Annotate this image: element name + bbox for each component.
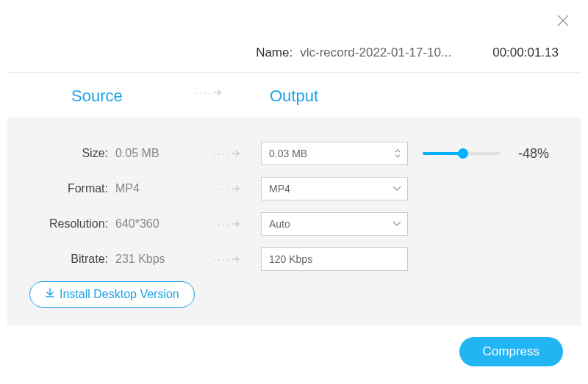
- size-output-value: 0.03 MB: [269, 148, 307, 159]
- arrow-icon: ····: [195, 183, 261, 195]
- size-row: Size: 0.05 MB ···· 0.03 MB -48%: [7, 138, 581, 169]
- bitrate-row: Bitrate: 231 Kbps ···· 120 Kbps: [7, 244, 581, 275]
- arrow-icon: ····: [195, 87, 224, 98]
- stepper-icon: [394, 148, 401, 159]
- size-source-value: 0.05 MB: [114, 147, 195, 160]
- name-label: Name:: [256, 46, 293, 60]
- close-icon[interactable]: [556, 13, 570, 28]
- bitrate-source-value: 231 Kbps: [114, 253, 195, 266]
- chevron-down-icon: [392, 186, 401, 192]
- compress-button[interactable]: Compress: [459, 337, 563, 366]
- arrow-icon: ····: [195, 253, 261, 265]
- slider-thumb[interactable]: [458, 148, 468, 159]
- arrow-icon: ····: [195, 218, 261, 230]
- resolution-row: Resolution: 640*360 ···· Auto: [7, 209, 581, 239]
- bitrate-output-value: 120 Kbps: [269, 253, 312, 265]
- file-name: vlc-record-2022-01-17-10...: [300, 46, 451, 60]
- resolution-label: Resolution:: [7, 217, 114, 231]
- format-row: Format: MP4 ···· MP4: [7, 173, 581, 204]
- size-percentage: -48%: [518, 146, 549, 162]
- format-output-value: MP4: [269, 183, 290, 195]
- compress-label: Compress: [483, 344, 539, 358]
- source-header: Source: [71, 87, 123, 106]
- column-headers: Source ···· Output: [0, 79, 588, 113]
- format-label: Format:: [7, 182, 114, 195]
- settings-panel: Size: 0.05 MB ···· 0.03 MB -48% Format: …: [7, 117, 581, 325]
- resolution-output-value: Auto: [269, 218, 290, 230]
- bitrate-label: Bitrate:: [7, 253, 114, 266]
- file-duration: 00:00:01.13: [492, 46, 559, 60]
- file-info-row: Name: vlc-record-2022-01-17-10... 00:00:…: [0, 46, 588, 60]
- size-slider[interactable]: [423, 152, 501, 155]
- format-source-value: MP4: [114, 182, 195, 195]
- resolution-source-value: 640*360: [114, 217, 195, 231]
- bitrate-output-input[interactable]: 120 Kbps: [261, 247, 408, 271]
- size-label: Size:: [7, 147, 114, 160]
- divider: [7, 72, 581, 73]
- download-icon: [45, 288, 55, 301]
- arrow-icon: ····: [195, 148, 261, 159]
- slider-fill: [423, 152, 463, 155]
- size-output-stepper[interactable]: 0.03 MB: [261, 142, 408, 165]
- install-desktop-button[interactable]: Install Desktop Version: [29, 281, 195, 308]
- chevron-down-icon: [392, 221, 401, 227]
- output-header: Output: [270, 87, 318, 106]
- install-desktop-label: Install Desktop Version: [60, 288, 179, 301]
- format-output-select[interactable]: MP4: [261, 177, 408, 200]
- resolution-output-select[interactable]: Auto: [261, 212, 408, 236]
